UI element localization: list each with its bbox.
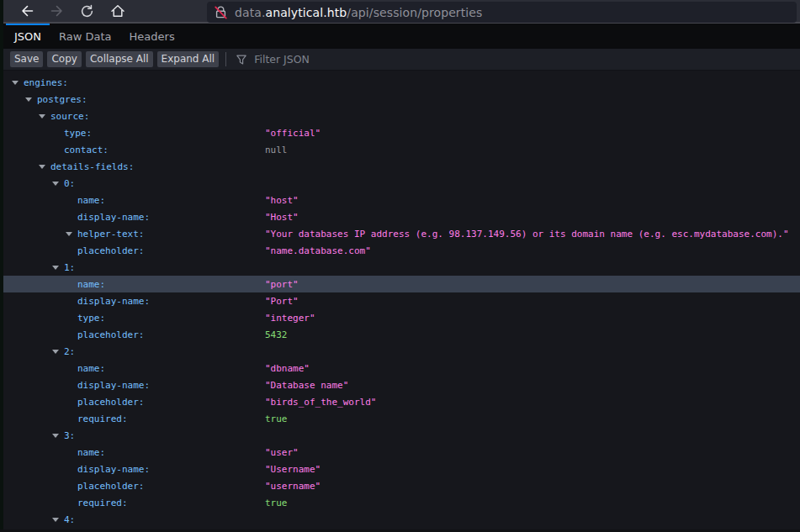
tree-row[interactable]: helper-text:"Your databases IP address (… [0, 225, 800, 242]
tab-raw-data-label: Raw Data [59, 30, 112, 43]
url-domain: analytical.htb [265, 6, 347, 19]
funnel-icon [236, 54, 247, 66]
tree-key: required: [77, 498, 128, 508]
tab-raw-data[interactable]: Raw Data [50, 24, 120, 49]
tree-row[interactable]: placeholder:"username" [0, 477, 800, 494]
tree-row[interactable]: type:"official" [0, 124, 800, 141]
tree-row[interactable]: required:true [0, 410, 800, 427]
expand-arrow-icon[interactable] [12, 81, 19, 85]
tree-value: "integer" [265, 313, 315, 324]
tree-row[interactable]: name:"user" [0, 444, 800, 461]
tree-row[interactable]: 0: [0, 175, 800, 192]
toolbar-separator [225, 52, 226, 66]
home-button[interactable] [109, 3, 126, 20]
url-bar[interactable]: data.analytical.htb/api/session/properti… [207, 2, 797, 23]
tree-value: "Database name" [265, 380, 348, 391]
tree-key: 3: [64, 430, 75, 441]
expand-arrow-icon[interactable] [39, 165, 45, 169]
tree-value: "dbname" [265, 363, 310, 374]
expand-arrow-icon[interactable] [25, 97, 32, 102]
tree-row[interactable]: contact:null [0, 141, 800, 158]
tree-key: type: [77, 313, 105, 324]
reload-icon [79, 3, 95, 19]
tree-key: name: [77, 363, 105, 374]
url-text: data.analytical.htb/api/session/properti… [235, 6, 482, 19]
forward-button[interactable] [48, 3, 66, 20]
tree-key: display-name: [77, 464, 150, 475]
tree-value: "birds_of_the_world" [265, 397, 376, 408]
forward-arrow-icon [49, 3, 66, 19]
tree-row[interactable]: source: [0, 108, 800, 124]
tab-headers[interactable]: Headers [121, 24, 183, 49]
tree-value: "Host" [265, 212, 299, 223]
tree-key: source: [50, 111, 89, 122]
tree-value: null [265, 145, 288, 155]
expand-arrow-icon[interactable] [66, 232, 72, 236]
tree-row[interactable]: placeholder:5432 [0, 326, 800, 343]
tree-key: required: [77, 413, 128, 424]
json-tree[interactable]: engines:postgres:source:type:"official"c… [0, 73, 800, 532]
tree-value: "official" [265, 128, 321, 139]
tree-row[interactable]: 4: [0, 511, 800, 528]
tree-row[interactable]: name:"host" [0, 192, 800, 208]
tab-json[interactable]: JSON [6, 24, 50, 49]
tree-key: placeholder: [77, 397, 144, 408]
json-viewer-tab-bar: JSON Raw Data Headers [0, 24, 800, 49]
tree-key: contact: [64, 145, 109, 155]
tree-key: type: [64, 128, 92, 139]
tree-row[interactable]: 2: [0, 343, 800, 360]
expand-arrow-icon[interactable] [52, 182, 59, 186]
tree-row[interactable]: display-name:"Database name" [0, 377, 800, 393]
expand-all-button[interactable]: Expand All [157, 51, 220, 67]
expand-arrow-icon[interactable] [52, 266, 59, 270]
tree-row[interactable]: placeholder:"birds_of_the_world" [0, 393, 800, 410]
expand-arrow-icon[interactable] [52, 350, 59, 354]
filter-box [236, 53, 439, 66]
tree-key: placeholder: [77, 329, 144, 340]
tab-json-label: JSON [14, 30, 41, 43]
tree-value: "Your databases IP address (e.g. 98.137.… [265, 229, 789, 240]
tree-row[interactable]: details-fields: [0, 158, 800, 175]
tree-row[interactable]: display-name:"Username" [0, 461, 800, 477]
expand-arrow-icon[interactable] [52, 434, 59, 438]
tree-row[interactable]: 1: [0, 259, 800, 276]
tree-value: true [265, 498, 288, 508]
copy-button[interactable]: Copy [47, 51, 81, 67]
tree-row[interactable]: name:"port" [0, 276, 800, 292]
tree-row[interactable]: placeholder:"name.database.com" [0, 242, 800, 259]
tree-key: postgres: [37, 94, 87, 105]
window-edge-left [0, 0, 3, 532]
tree-key: details-fields: [50, 161, 134, 172]
back-button[interactable] [18, 3, 35, 20]
tree-key: placeholder: [77, 481, 144, 492]
save-button[interactable]: Save [10, 51, 43, 67]
tree-value: "name.database.com" [265, 245, 371, 256]
expand-arrow-icon[interactable] [52, 518, 59, 522]
tree-value: "user" [265, 447, 299, 458]
tree-key: 0: [64, 178, 75, 189]
expand-arrow-icon[interactable] [39, 114, 45, 119]
tree-row[interactable]: type:"integer" [0, 309, 800, 326]
tree-key: placeholder: [77, 245, 144, 256]
back-arrow-icon [19, 3, 35, 19]
tree-row[interactable]: display-name:"Port" [0, 292, 800, 309]
tree-row[interactable]: name:"dbname" [0, 360, 800, 377]
tree-key: display-name: [77, 212, 150, 223]
tree-value: "username" [265, 481, 321, 492]
tree-row[interactable]: display-name:"Host" [0, 208, 800, 225]
tree-value: "host" [265, 195, 299, 206]
reload-button[interactable] [78, 3, 96, 20]
tree-row[interactable]: 3: [0, 427, 800, 444]
tree-row[interactable]: postgres: [0, 91, 800, 108]
tab-headers-label: Headers [130, 30, 175, 43]
filter-json-input[interactable] [254, 53, 439, 66]
tree-key: engines: [24, 77, 68, 88]
tree-row[interactable]: engines: [0, 74, 800, 91]
insecure-lock-icon [215, 5, 227, 19]
tree-row[interactable]: required:true [0, 494, 800, 511]
tree-key: name: [77, 195, 105, 206]
tree-value: 5432 [265, 329, 288, 340]
tree-key: 4: [64, 514, 75, 525]
collapse-all-button[interactable]: Collapse All [86, 51, 153, 67]
tree-value: "Port" [265, 296, 299, 307]
